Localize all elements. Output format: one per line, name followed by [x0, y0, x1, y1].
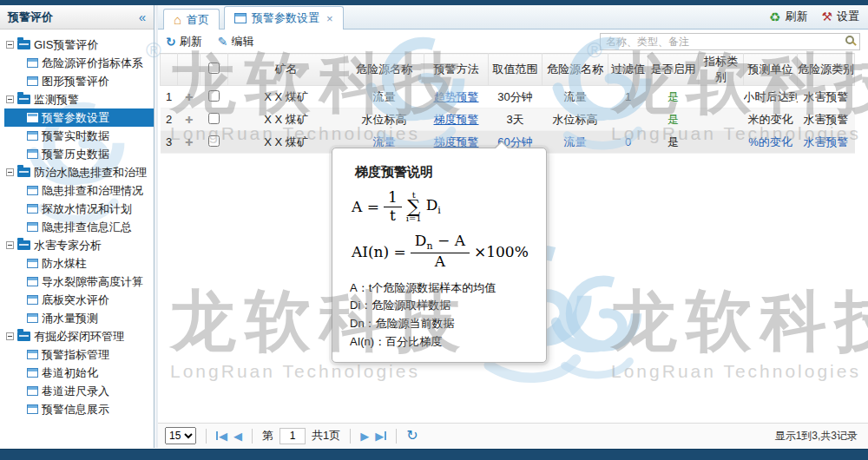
page-number-input[interactable] [279, 428, 306, 444]
prev-page-button[interactable]: ◀ [233, 430, 242, 442]
reload-grid-icon[interactable]: ↻ [406, 429, 418, 443]
close-tab-icon[interactable]: × [326, 12, 333, 25]
collapse-node-icon[interactable] [6, 168, 14, 176]
col-hazard-source[interactable]: 危险源名称 [345, 54, 424, 86]
tree-item-warning-info-display[interactable]: 预警信息展示 [4, 400, 154, 418]
collapse-node-icon[interactable] [6, 95, 14, 103]
col-indicator-category[interactable]: 指标类别 [699, 54, 744, 86]
tree-item-roadway-init[interactable]: 巷道初始化 [4, 364, 154, 382]
table-row[interactable]: 1 ✚ X X 煤矿 流量 趋势预警 30分钟 流量 1 是 小时后达到 水害预… [161, 86, 855, 108]
col-hazard-source2[interactable]: 危险源名称 [542, 54, 608, 86]
expand-row-icon[interactable]: ✚ [185, 92, 193, 102]
col-forecast-unit[interactable]: 预测单位 [744, 54, 798, 86]
tree-item-hazard-index-system[interactable]: 危险源评价指标体系 [4, 54, 154, 72]
tree-folder-prevention[interactable]: 防治水隐患排查和治理 [4, 163, 154, 181]
tree-folder-label: 有掘必探闭环管理 [34, 329, 124, 345]
recycle-icon: ♻ [769, 10, 780, 23]
refresh-grid-label: 刷新 [180, 34, 202, 49]
cell-filter: 0 [608, 131, 648, 154]
page-icon [27, 295, 38, 305]
tree-item-history-data[interactable]: 预警历史数据 [4, 145, 154, 163]
method-link[interactable]: 趋势预警 [434, 90, 479, 103]
edit-button[interactable]: ✎ 编辑 [218, 34, 254, 49]
sidebar-collapse-icon[interactable]: « [139, 10, 146, 24]
tree-folder-expert-analysis[interactable]: 水害专家分析 [4, 236, 154, 254]
refresh-grid-button[interactable]: ↻ 刷新 [166, 34, 202, 49]
page-size-select[interactable]: 15 [165, 427, 196, 444]
tree-item-hidden-danger-status[interactable]: 隐患排查和治理情况 [4, 181, 154, 200]
row-checkbox[interactable] [208, 113, 220, 124]
refresh-page-button[interactable]: ♻ 刷新 [769, 9, 807, 24]
tree-item-indicator-mgmt[interactable]: 预警指标管理 [4, 345, 154, 364]
first-page-button[interactable]: ◀ [216, 430, 227, 442]
tree-item-graphic-warning[interactable]: 图形预警评价 [4, 72, 154, 90]
collapse-node-icon[interactable] [6, 41, 14, 49]
tree-item-label: 预警参数设置 [42, 110, 109, 126]
method-link[interactable]: 梯度预警 [434, 113, 479, 126]
tree-folder-label: GIS预警评价 [34, 37, 98, 53]
nav-tree: GIS预警评价 危险源评价指标体系 图形预警评价 监测预警 预警参数设置 预警实… [0, 30, 154, 418]
folder-icon [17, 40, 30, 49]
pencil-icon: ✎ [218, 36, 228, 48]
tooltip-title: 梯度预警说明 [355, 164, 534, 181]
search-box [600, 33, 860, 50]
tab-warning-params[interactable]: 预警参数设置 × [224, 6, 344, 30]
col-hazard-type[interactable]: 危险源类别 [798, 54, 855, 86]
cell-category [699, 131, 744, 154]
divider [396, 429, 397, 444]
tree-item-realtime-data[interactable]: 预警实时数据 [4, 127, 154, 145]
legend-line: Dn：危险源当前数据 [350, 315, 534, 333]
col-filter-value[interactable]: 过滤值 [608, 54, 648, 86]
cell-enabled: 是 [648, 131, 699, 154]
tree-item-floor-water-eval[interactable]: 底板突水评价 [4, 291, 154, 309]
tree-item-inflow-forecast[interactable]: 涌水量预测 [4, 309, 154, 327]
table-row[interactable]: 2 ✚ X X 煤矿 水位标高 梯度预警 3天 水位标高 是 米的变化 水害预警 [161, 108, 855, 131]
settings-button[interactable]: ⚒ 设置 [821, 9, 859, 24]
last-page-button[interactable]: ▶ [375, 430, 386, 442]
tree-item-label: 预警指标管理 [42, 347, 109, 363]
tree-item-roadway-footage[interactable]: 巷道进尺录入 [4, 382, 154, 400]
cell-source2: 水位标高 [542, 108, 608, 131]
tree-item-warning-params-selected[interactable]: 预警参数设置 [4, 108, 154, 127]
select-all-checkbox[interactable] [208, 62, 220, 74]
expand-row-icon[interactable]: ✚ [185, 115, 193, 125]
col-enabled[interactable]: 是否启用 [648, 54, 699, 86]
cell-filter: 1 [608, 86, 648, 108]
collapse-node-icon[interactable] [6, 241, 14, 249]
method-link-hover[interactable]: 梯度预警 [434, 135, 479, 148]
tree-item-fracture-height[interactable]: 导水裂隙带高度计算 [4, 273, 154, 291]
next-page-button[interactable]: ▶ [360, 430, 369, 442]
refresh-label: 刷新 [785, 9, 807, 24]
tree-folder-closed-loop[interactable]: 有掘必探闭环管理 [4, 327, 154, 345]
divider [206, 429, 207, 444]
table-header-row: 矿名 危险源名称 预警方法 取值范围 危险源名称 过滤值 是否启用 指标类别 预… [161, 54, 855, 86]
tree-folder-gis[interactable]: GIS预警评价 [4, 36, 154, 54]
expand-row-icon[interactable]: ✚ [185, 137, 193, 148]
col-warning-method[interactable]: 预警方法 [424, 54, 489, 86]
folder-icon [17, 168, 30, 177]
tools-icon: ⚒ [821, 10, 832, 23]
tree-folder-monitor[interactable]: 监测预警 [4, 90, 154, 108]
settings-label: 设置 [837, 9, 859, 24]
collapse-node-icon[interactable] [6, 332, 14, 340]
tree-item-drainage-plan[interactable]: 探放水情况和计划 [4, 200, 154, 218]
tooltip-arrow [494, 141, 510, 148]
tree-item-waterproof-pillar[interactable]: 防水煤柱 [4, 254, 154, 273]
col-mine-name[interactable]: 矿名 [228, 54, 345, 86]
page-icon [27, 131, 38, 141]
cell-range: 3天 [489, 108, 542, 131]
search-input[interactable] [600, 33, 860, 50]
tree-item-label: 巷道进尺录入 [42, 384, 109, 399]
tab-home[interactable]: ⌂ 首页 [163, 9, 220, 30]
expand-header [178, 54, 201, 86]
tree-item-danger-info-summary[interactable]: 隐患排查信息汇总 [4, 218, 154, 236]
top-titlebar [0, 0, 868, 5]
row-checkbox[interactable] [208, 90, 220, 102]
row-checkbox[interactable] [208, 135, 220, 147]
tree-item-label: 防水煤柱 [42, 256, 87, 272]
cell-type: 水害预警 [798, 86, 855, 108]
search-icon[interactable] [845, 36, 854, 44]
legend-line: Di：危险源取样数据 [350, 297, 534, 315]
tree-folder-label: 监测预警 [34, 92, 79, 108]
col-value-range[interactable]: 取值范围 [489, 54, 542, 86]
